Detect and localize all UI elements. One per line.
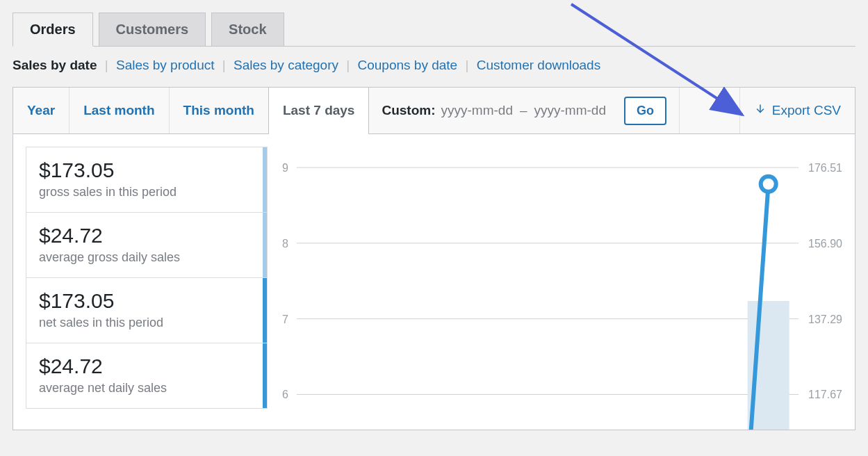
range-year[interactable]: Year — [13, 88, 69, 133]
summary-card-gross-sales[interactable]: $173.05 gross sales in this period — [26, 147, 268, 212]
summary-value: $24.72 — [39, 224, 254, 247]
svg-text:156.90: 156.90 — [808, 238, 842, 250]
summary-label: average gross daily sales — [39, 250, 254, 265]
chart-svg: 9176.518156.907137.296117.67 — [277, 147, 847, 430]
card-accent-stripe — [263, 278, 267, 343]
summary-card-avg-gross[interactable]: $24.72 average gross daily sales — [26, 212, 268, 277]
svg-text:8: 8 — [282, 238, 288, 250]
tab-stock[interactable]: Stock — [211, 13, 284, 46]
card-accent-stripe — [263, 343, 267, 408]
date-from-input[interactable]: yyyy-mm-dd — [441, 103, 513, 118]
svg-text:117.67: 117.67 — [808, 389, 842, 400]
main-tabs: Orders Customers Stock — [0, 0, 868, 46]
go-button[interactable]: Go — [624, 97, 666, 125]
range-this-month[interactable]: This month — [170, 88, 269, 133]
subnav-coupons-by-date[interactable]: Coupons by date — [358, 58, 458, 72]
subnav-separator: | — [342, 58, 354, 72]
svg-text:137.29: 137.29 — [808, 314, 842, 325]
download-icon — [754, 103, 767, 119]
subnav-customer-downloads[interactable]: Customer downloads — [477, 58, 600, 72]
range-last-7-days[interactable]: Last 7 days — [268, 88, 370, 134]
svg-text:176.51: 176.51 — [808, 162, 842, 174]
summary-value: $173.05 — [39, 158, 254, 182]
date-to-input[interactable]: yyyy-mm-dd — [534, 103, 606, 118]
date-range-bar: Year Last month This month Last 7 days C… — [13, 87, 855, 134]
svg-text:6: 6 — [282, 389, 288, 400]
export-csv-label: Export CSV — [772, 103, 841, 118]
date-range-separator: – — [518, 103, 529, 118]
summary-sidebar: $173.05 gross sales in this period $24.7… — [26, 147, 268, 430]
summary-label: average net daily sales — [39, 381, 254, 396]
sales-chart[interactable]: 9176.518156.907137.296117.67 — [277, 147, 847, 430]
tab-orders[interactable]: Orders — [13, 13, 93, 47]
subnav-separator: | — [218, 58, 230, 72]
summary-value: $173.05 — [39, 289, 254, 313]
summary-label: net sales in this period — [39, 316, 254, 330]
range-last-month[interactable]: Last month — [69, 88, 169, 133]
subnav-separator: | — [101, 58, 113, 72]
card-accent-stripe — [263, 213, 267, 277]
summary-card-avg-net[interactable]: $24.72 average net daily sales — [26, 343, 268, 409]
svg-text:9: 9 — [282, 162, 288, 174]
summary-label: gross sales in this period — [39, 185, 254, 200]
summary-card-net-sales[interactable]: $173.05 net sales in this period — [26, 277, 268, 343]
svg-point-15 — [761, 177, 776, 192]
export-csv-button[interactable]: Export CSV — [740, 88, 855, 133]
range-custom: Custom: yyyy-mm-dd – yyyy-mm-dd Go — [369, 88, 680, 133]
range-spacer — [680, 88, 740, 133]
report-subnav: Sales by date | Sales by product | Sales… — [0, 47, 868, 87]
summary-value: $24.72 — [39, 355, 254, 378]
subnav-sales-by-product[interactable]: Sales by product — [116, 58, 215, 72]
subnav-current: Sales by date — [13, 58, 97, 72]
card-accent-stripe — [263, 147, 267, 212]
svg-text:7: 7 — [282, 314, 288, 325]
subnav-separator: | — [461, 58, 473, 72]
report-content: $173.05 gross sales in this period $24.7… — [13, 134, 855, 430]
custom-label: Custom: — [382, 103, 435, 118]
tab-customers[interactable]: Customers — [99, 13, 206, 46]
subnav-sales-by-category[interactable]: Sales by category — [234, 58, 338, 72]
